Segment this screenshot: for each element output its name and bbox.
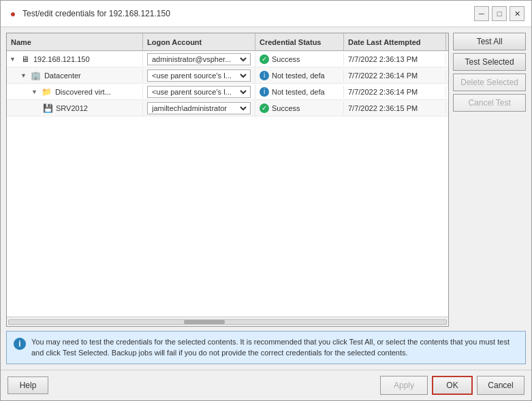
date-text-2: 7/7/2022 2:36:14 PM (348, 88, 418, 96)
title-bar: ● Test/edit credentials for 192.168.121.… (1, 1, 531, 27)
table-row[interactable]: ▼ 🏢 Datacenter <use parent source's l... (7, 67, 448, 84)
test-all-button[interactable]: Test All (453, 33, 526, 50)
col-header-cred-status: Credential Status (255, 33, 344, 50)
col-header-logon: Logon Account (143, 33, 255, 50)
table-row[interactable]: ▼ 🖥 192.168.121.150 administrator@vspher… (7, 51, 448, 67)
cell-stat-0 (446, 58, 448, 61)
horizontal-scrollbar[interactable] (7, 317, 448, 326)
title-bar-left: ● Test/edit credentials for 192.168.121.… (7, 8, 170, 19)
server-icon: 🖥 (20, 54, 31, 65)
cell-cred-status-1: i Not tested, defa (255, 69, 344, 82)
col-header-name: Name (7, 33, 143, 50)
footer-right-buttons: Apply OK Cancel (380, 376, 525, 395)
scrollbar-thumb[interactable] (184, 320, 225, 324)
cred-status-text-0: Success (272, 55, 300, 63)
table-body: ▼ 🖥 192.168.121.150 administrator@vspher… (7, 51, 448, 317)
status-icon-success-0: ✓ (260, 54, 269, 64)
main-row: Name Logon Account Credential Status Dat… (6, 33, 526, 327)
logon-select-3[interactable]: jamiltech\administrator (149, 103, 249, 113)
cell-date-3: 7/7/2022 2:36:15 PM (344, 103, 446, 114)
cell-cred-status-2: i Not tested, defa (255, 86, 344, 98)
date-text-1: 7/7/2022 2:36:14 PM (348, 71, 418, 80)
help-button[interactable]: Help (7, 376, 48, 394)
date-text-3: 7/7/2022 2:36:15 PM (348, 104, 418, 112)
table-row[interactable]: ▼ 📁 Discovered virt... <use parent sourc… (7, 84, 448, 100)
logon-select-wrapper-3[interactable]: jamiltech\administrator (147, 102, 251, 114)
cell-date-2: 7/7/2022 2:36:14 PM (344, 86, 446, 97)
app-icon: ● (7, 8, 18, 19)
credentials-table: Name Logon Account Credential Status Dat… (6, 33, 449, 327)
vm-icon: 💾 (42, 103, 53, 114)
row-name-2: Discovered virt... (55, 88, 111, 96)
info-box: i You may need to test the credentials f… (6, 331, 526, 364)
logon-select-1[interactable]: <use parent source's l... (149, 71, 249, 80)
status-icon-info-1: i (260, 71, 269, 80)
window-title: Test/edit credentials for 192.168.121.15… (22, 9, 170, 18)
main-window: ● Test/edit credentials for 192.168.121.… (0, 0, 532, 401)
content-area: Name Logon Account Credential Status Dat… (1, 27, 531, 370)
cell-logon-3[interactable]: jamiltech\administrator (143, 101, 255, 116)
cred-status-text-1: Not tested, defa (272, 71, 325, 80)
cred-status-text-3: Success (272, 104, 300, 112)
cell-name-1: ▼ 🏢 Datacenter (7, 69, 143, 82)
expand-icon-1[interactable]: ▼ (20, 72, 27, 79)
maximize-button[interactable]: □ (492, 6, 507, 21)
date-text-0: 7/7/2022 2:36:13 PM (348, 55, 418, 63)
table-header: Name Logon Account Credential Status Dat… (7, 33, 448, 51)
row-name-3: SRV2012 (56, 104, 88, 112)
cred-status-text-2: Not tested, defa (272, 88, 325, 96)
cell-logon-1[interactable]: <use parent source's l... (143, 68, 255, 83)
cell-name-0: ▼ 🖥 192.168.121.150 (7, 52, 143, 66)
info-icon: i (14, 338, 26, 350)
cell-date-0: 7/7/2022 2:36:13 PM (344, 54, 446, 65)
apply-button[interactable]: Apply (380, 376, 428, 395)
delete-selected-button[interactable]: Delete Selected (453, 74, 526, 91)
status-icon-success-3: ✓ (260, 103, 269, 113)
cell-cred-status-3: ✓ Success (255, 102, 344, 114)
cell-logon-0[interactable]: administrator@vspher... (143, 52, 255, 67)
row-name-1: Datacenter (44, 71, 81, 80)
cell-date-1: 7/7/2022 2:36:14 PM (344, 70, 446, 81)
cell-stat-3: Onl (446, 103, 448, 114)
cell-name-2: ▼ 📁 Discovered virt... (7, 85, 143, 99)
expand-icon-0[interactable]: ▼ (10, 56, 16, 63)
expand-icon-2[interactable]: ▼ (31, 89, 37, 95)
right-action-buttons: Test All Test Selected Delete Selected C… (449, 33, 526, 327)
row-name-0: 192.168.121.150 (33, 55, 90, 63)
folder-icon: 📁 (42, 86, 52, 97)
cell-stat-2 (446, 91, 448, 93)
cell-cred-status-0: ✓ Success (255, 53, 344, 65)
cancel-test-button[interactable]: Cancel Test (453, 94, 526, 112)
logon-select-0[interactable]: administrator@vspher... (149, 54, 249, 64)
logon-select-wrapper-0[interactable]: administrator@vspher... (147, 53, 251, 65)
test-selected-button[interactable]: Test Selected (453, 53, 526, 71)
cancel-button[interactable]: Cancel (477, 376, 525, 395)
logon-select-wrapper-2[interactable]: <use parent source's l... (147, 86, 251, 98)
cell-name-3: 💾 SRV2012 (7, 101, 143, 115)
cell-logon-2[interactable]: <use parent source's l... (143, 84, 255, 99)
window-controls: ─ □ ✕ (474, 6, 525, 21)
status-icon-info-2: i (260, 87, 269, 97)
ok-button[interactable]: OK (432, 376, 473, 395)
info-message: You may need to test the credentials for… (31, 337, 518, 358)
datacenter-icon: 🏢 (31, 70, 42, 81)
col-header-date: Date Last Attempted (344, 33, 446, 50)
table-row[interactable]: 💾 SRV2012 jamiltech\administrator ✓ (7, 100, 448, 116)
logon-select-wrapper-1[interactable]: <use parent source's l... (147, 69, 251, 82)
cell-stat-1 (446, 74, 448, 77)
scrollbar-track (8, 319, 447, 325)
close-button[interactable]: ✕ (510, 6, 525, 21)
footer: Help Apply OK Cancel (1, 370, 531, 400)
minimize-button[interactable]: ─ (474, 6, 489, 21)
logon-select-2[interactable]: <use parent source's l... (149, 87, 249, 97)
